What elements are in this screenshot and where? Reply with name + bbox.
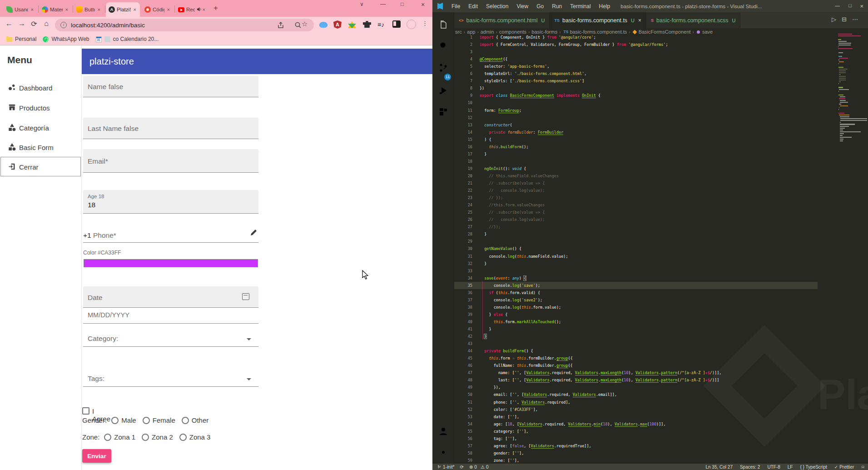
calendar-icon[interactable] <box>242 293 249 300</box>
browser-tab-4[interactable]: APlatziStor× <box>106 2 140 17</box>
tab-close-icon[interactable]: × <box>638 17 641 24</box>
editor-tab-1[interactable]: <>basic-forms.component.htmlU <box>454 12 550 28</box>
gender-radio-other[interactable] <box>182 417 189 424</box>
side-panel-icon[interactable] <box>392 20 401 28</box>
forward-button[interactable]: → <box>16 20 27 28</box>
color-swatch[interactable] <box>84 259 258 267</box>
tab-close-icon[interactable]: × <box>202 7 206 12</box>
sync-icon[interactable]: ⟳ <box>460 465 464 470</box>
gender-radio-male[interactable] <box>111 417 119 424</box>
sidebar-item-dashboard[interactable]: Dashboard <box>0 79 82 97</box>
sidebar-item-categoría[interactable]: Categoría <box>0 119 82 137</box>
tab-search-icon[interactable]: ∨ <box>360 1 364 7</box>
tab-close-icon[interactable]: × <box>30 7 35 12</box>
tab-close-icon[interactable]: × <box>166 7 171 12</box>
code-line: 33 <box>454 267 854 275</box>
status-item[interactable]: { } TypeScript <box>800 464 827 470</box>
playlist-extension-icon[interactable]: ≡♪ <box>377 20 386 29</box>
browser-tab-1[interactable]: Usando c× <box>4 2 37 17</box>
share-icon[interactable] <box>277 21 284 29</box>
editor-actions[interactable]: ▷⊟⋯ <box>832 16 863 23</box>
profile-avatar[interactable] <box>407 20 416 29</box>
tab-close-icon[interactable]: × <box>133 7 137 12</box>
git-branch-item[interactable]: 1-init* <box>437 465 455 470</box>
zoom-icon[interactable] <box>294 21 302 29</box>
code-text: import { FormControl, Validators, FormGr… <box>480 41 668 48</box>
bell-icon[interactable]: ⍾ <box>861 464 864 470</box>
menu-help[interactable]: Help <box>599 3 610 10</box>
tab-close-icon[interactable]: × <box>64 7 69 12</box>
close-button[interactable]: × <box>421 1 425 8</box>
minimize-button[interactable]: — <box>380 1 386 7</box>
back-button[interactable]: ← <box>4 20 15 28</box>
audio-speaker-icon[interactable] <box>197 7 202 13</box>
menu-run[interactable]: Run <box>552 3 562 10</box>
site-info-icon[interactable]: i <box>60 22 67 28</box>
vscode-maximize-button[interactable]: □ <box>848 3 852 8</box>
search-icon[interactable] <box>438 40 449 51</box>
bookmark-item[interactable]: WhatsApp Web <box>43 36 89 42</box>
edit-pencil-icon[interactable] <box>250 229 258 236</box>
modified-indicator: U <box>732 18 735 23</box>
drive-extension-icon[interactable] <box>348 21 356 28</box>
angular-extension-icon[interactable]: A <box>333 20 342 29</box>
problems-item[interactable]: ⊗0 ⚠0 <box>469 465 488 470</box>
menu-file[interactable]: File <box>451 3 460 10</box>
extensions-puzzle-icon[interactable] <box>363 20 371 28</box>
cloud-extension-icon[interactable] <box>319 22 327 28</box>
settings-gear-icon[interactable] <box>438 447 449 458</box>
vscode-minimize-button[interactable]: — <box>835 3 840 8</box>
editor-tab-2[interactable]: TSbasic-forms.component.tsU× <box>550 12 646 28</box>
code-text: // console.log(value); <box>480 216 545 223</box>
reload-button[interactable]: ⟳ <box>29 20 40 28</box>
source-control-icon[interactable] <box>438 62 449 73</box>
home-button[interactable]: ⌂ <box>41 20 52 28</box>
tab-close-icon[interactable]: × <box>97 7 101 12</box>
zone-radio-zona-3[interactable] <box>179 434 187 441</box>
name-field[interactable]: Name false <box>83 76 258 97</box>
email-field[interactable]: Email* <box>83 149 258 173</box>
minimap[interactable] <box>838 34 868 152</box>
bookmark-star-icon[interactable]: ☆ <box>302 20 308 28</box>
chrome-menu-icon[interactable]: ⋮ <box>422 20 428 27</box>
bookmark-item[interactable]: co Calendario 20... <box>96 36 159 42</box>
vscode-close-button[interactable]: × <box>860 3 863 10</box>
menu-terminal[interactable]: Terminal <box>570 3 590 10</box>
status-item[interactable]: LF <box>788 464 793 470</box>
submit-button[interactable]: Enviar <box>82 449 111 463</box>
browser-tab-5[interactable]: Códigos× <box>142 2 174 17</box>
run-debug-icon[interactable] <box>438 85 449 96</box>
address-bar[interactable]: i localhost:4200/admin/basic <box>55 19 314 31</box>
gender-radio-female[interactable] <box>143 417 150 424</box>
menu-selection[interactable]: Selection <box>486 3 508 10</box>
minimap-line <box>838 60 839 60</box>
date-field[interactable]: Date <box>83 286 258 308</box>
zone-radio-zona-1[interactable] <box>104 434 111 441</box>
status-item[interactable]: UTF-8 <box>767 464 780 470</box>
menu-view[interactable]: View <box>516 3 528 10</box>
zone-radio-zona-2[interactable] <box>142 434 149 441</box>
menu-edit[interactable]: Edit <box>468 3 478 10</box>
extensions-icon[interactable] <box>438 107 449 118</box>
status-item[interactable]: ✓Prettier <box>834 464 854 470</box>
browser-tab-3[interactable]: Button |× <box>74 2 104 17</box>
sidebar-item-basic-form[interactable]: Basic Form <box>0 138 82 156</box>
sidebar-item-productos[interactable]: Productos <box>0 99 82 117</box>
new-tab-button[interactable]: + <box>213 4 218 13</box>
editor-tab-3[interactable]: Sbasic-forms.component.scssU <box>646 12 740 28</box>
account-icon[interactable] <box>438 426 449 437</box>
bookmark-item[interactable]: Personal <box>6 36 36 42</box>
browser-tab-2[interactable]: Material× <box>39 2 72 17</box>
status-item[interactable]: Spaces: 2 <box>740 464 760 470</box>
agree-checkbox[interactable] <box>82 407 89 415</box>
cerrar-focus-outline <box>0 157 81 176</box>
age-field[interactable]: Age 18 18 <box>83 190 258 214</box>
browser-tab-6[interactable]: Redi× <box>175 2 209 17</box>
maximize-button[interactable]: □ <box>401 1 404 7</box>
url-text[interactable]: localhost:4200/admin/basic <box>71 22 145 29</box>
lastname-field[interactable]: Last Name false <box>83 118 258 139</box>
code-editor[interactable]: 1import { Component, OnInit } from '@ang… <box>454 34 868 464</box>
explorer-icon[interactable] <box>438 20 449 30</box>
status-item[interactable]: Ln 35, Col 27 <box>705 464 733 470</box>
menu-go[interactable]: Go <box>536 3 544 10</box>
